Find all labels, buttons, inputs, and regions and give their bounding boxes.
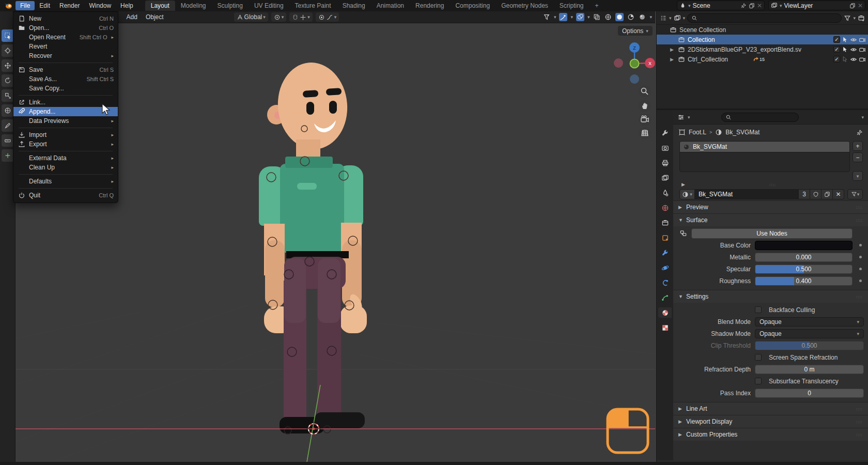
animate-dot[interactable] bbox=[857, 280, 864, 282]
tab-scene[interactable] bbox=[658, 188, 672, 198]
drag-grip[interactable]: :::: bbox=[856, 420, 863, 424]
menu-item-save[interactable]: SaveCtrl S bbox=[13, 65, 118, 74]
menu-item-clean-up[interactable]: Clean Up▸ bbox=[13, 163, 118, 172]
outliner-row-scene-collection[interactable]: Scene Collection bbox=[657, 25, 868, 35]
expand-icon[interactable]: ▶ bbox=[681, 182, 686, 187]
shadow-mode-dropdown[interactable]: Opaque▾ bbox=[755, 329, 864, 338]
tab-output[interactable] bbox=[658, 158, 672, 168]
menu-item-revert[interactable]: Revert bbox=[13, 42, 118, 51]
tab-modifiers[interactable] bbox=[658, 247, 672, 258]
proportional-editing[interactable]: ▾ bbox=[316, 12, 339, 22]
orthographic-toggle-button[interactable] bbox=[639, 127, 651, 140]
gizmo-y-axis[interactable] bbox=[630, 59, 639, 68]
menu-item-quit[interactable]: QuitCtrl Q bbox=[13, 191, 118, 200]
tab-constraints[interactable] bbox=[658, 277, 672, 288]
tab-texture-paint[interactable]: Texture Paint bbox=[289, 1, 337, 11]
display-mode-icon[interactable] bbox=[660, 14, 667, 22]
hide-render-icon[interactable] bbox=[859, 36, 866, 43]
exclude-checkbox[interactable]: ✓ bbox=[833, 36, 840, 43]
menu-file[interactable]: File bbox=[16, 1, 35, 10]
menu-item-open-recent[interactable]: Open Recent Shift Ctrl O▸ bbox=[13, 33, 118, 42]
exclude-checkbox[interactable]: ✓ bbox=[833, 46, 840, 53]
hide-viewport-icon[interactable] bbox=[850, 46, 857, 53]
tab-uv-editing[interactable]: UV Editing bbox=[249, 1, 289, 11]
tab-animation[interactable]: Animation bbox=[371, 1, 410, 11]
pan-button[interactable] bbox=[639, 100, 651, 112]
tab-object[interactable] bbox=[658, 233, 672, 243]
tool-rotate[interactable] bbox=[2, 74, 14, 87]
selectable-icon[interactable] bbox=[842, 56, 848, 63]
add-slot-button[interactable]: + bbox=[853, 141, 863, 151]
breadcrumb-material[interactable]: Bk_SVGMat bbox=[725, 129, 760, 136]
metallic-slider[interactable]: 0.000 bbox=[755, 253, 853, 262]
menu-render[interactable]: Render bbox=[55, 1, 84, 10]
filter-icon[interactable] bbox=[844, 14, 851, 22]
tool-move[interactable] bbox=[2, 59, 14, 72]
tab-modeling[interactable]: Modeling bbox=[175, 1, 212, 11]
new-viewlayer-icon[interactable] bbox=[849, 3, 856, 9]
node-filter-button[interactable]: ▾ bbox=[847, 189, 863, 199]
menu-edit[interactable]: Edit bbox=[35, 1, 55, 10]
gizmos-toggle-icon[interactable] bbox=[559, 13, 567, 21]
browse-material-button[interactable]: ▾ bbox=[679, 189, 695, 199]
tab-layout[interactable]: Layout bbox=[145, 1, 175, 11]
properties-search-input[interactable] bbox=[721, 113, 799, 122]
shading-material-icon[interactable] bbox=[627, 13, 635, 21]
tool-annotate[interactable] bbox=[2, 119, 14, 132]
selectable-icon[interactable] bbox=[842, 46, 848, 53]
remove-viewlayer-icon[interactable]: ✕ bbox=[858, 2, 863, 9]
tab-object-data[interactable] bbox=[658, 292, 672, 303]
backface-culling-checkbox[interactable] bbox=[755, 306, 762, 313]
expand-icon[interactable]: ▶ bbox=[670, 57, 675, 62]
filter-id-type-icon[interactable] bbox=[674, 14, 681, 22]
shading-rendered-icon[interactable] bbox=[638, 13, 646, 21]
roughness-slider[interactable]: 0.400 bbox=[755, 276, 853, 286]
overlays-toggle-icon[interactable] bbox=[576, 13, 584, 21]
tool-add[interactable] bbox=[2, 149, 14, 162]
tab-scripting[interactable]: Scripting bbox=[554, 1, 590, 11]
pin-icon[interactable] bbox=[856, 129, 863, 136]
tab-material[interactable] bbox=[658, 307, 672, 318]
users-count-button[interactable]: 3 bbox=[799, 189, 810, 199]
clip-threshold-slider[interactable]: 0.500 bbox=[755, 341, 864, 350]
drag-grip[interactable]: :::: bbox=[856, 205, 863, 210]
base-color-swatch[interactable] bbox=[755, 241, 853, 250]
chevron-down-icon[interactable]: ▾ bbox=[861, 115, 864, 120]
tab-collection[interactable] bbox=[658, 218, 672, 228]
refraction-depth-field[interactable]: 0 m bbox=[755, 365, 864, 374]
shading-wireframe-icon[interactable] bbox=[604, 13, 612, 21]
animate-dot[interactable] bbox=[857, 256, 864, 258]
tool-scale[interactable] bbox=[2, 89, 14, 102]
gizmo-minus-x-axis[interactable] bbox=[614, 58, 623, 68]
tool-cursor[interactable] bbox=[2, 44, 14, 57]
subsurface-translucency-checkbox[interactable] bbox=[755, 378, 762, 384]
panel-custom-properties-header[interactable]: ▶ Custom Properties :::: bbox=[673, 428, 868, 441]
snapping[interactable]: ▾ bbox=[289, 12, 313, 22]
menu-item-new[interactable]: NewCtrl N bbox=[13, 14, 118, 23]
tab-physics[interactable] bbox=[658, 262, 672, 273]
drag-grip[interactable]: :::: bbox=[856, 218, 863, 223]
panel-surface-header[interactable]: ▼ Surface :::: bbox=[673, 214, 868, 226]
add-menu[interactable]: Add bbox=[122, 12, 142, 22]
screen-space-refraction-checkbox[interactable] bbox=[755, 354, 762, 361]
slot-specials-button[interactable]: ▾ bbox=[853, 171, 863, 181]
tab-tool[interactable] bbox=[658, 128, 672, 138]
tool-transform[interactable] bbox=[2, 104, 14, 117]
material-slot-active[interactable]: Bk_SVGMat bbox=[680, 142, 849, 152]
drag-grip[interactable]: :::: bbox=[856, 295, 863, 299]
menu-item-export[interactable]: Export▸ bbox=[13, 140, 118, 149]
breadcrumb-object[interactable]: Foot.L bbox=[689, 129, 706, 136]
fake-user-button[interactable] bbox=[810, 189, 822, 199]
new-scene-icon[interactable] bbox=[749, 3, 755, 9]
add-workspace-button[interactable]: + bbox=[590, 1, 605, 11]
transform-orientation[interactable]: Global ▾ bbox=[234, 12, 268, 22]
pin-icon[interactable] bbox=[740, 3, 747, 9]
menu-item-defaults[interactable]: Defaults▸ bbox=[13, 177, 118, 186]
options-dropdown[interactable]: Options ▾ bbox=[618, 26, 653, 36]
unlink-material-button[interactable]: ✕ bbox=[833, 189, 844, 199]
tool-measure[interactable] bbox=[2, 134, 14, 147]
selectable-icon[interactable] bbox=[842, 36, 848, 43]
scene-selector[interactable]: ▾ Scene ✕ bbox=[677, 1, 765, 10]
tab-render[interactable] bbox=[658, 143, 672, 153]
viewlayer-selector[interactable]: ▾ ViewLayer ✕ bbox=[768, 1, 865, 10]
